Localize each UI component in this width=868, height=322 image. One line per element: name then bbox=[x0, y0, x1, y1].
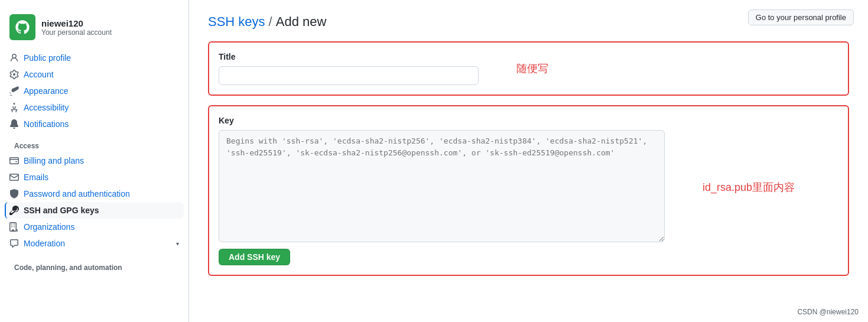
sidebar-nav: Public profile Account Appearance bbox=[0, 50, 188, 274]
sidebar-item-billing[interactable]: Billing and plans bbox=[5, 152, 184, 169]
title-label: Title bbox=[219, 52, 479, 61]
sidebar-label-notifications: Notifications bbox=[24, 119, 69, 129]
sidebar-item-notifications[interactable]: Notifications bbox=[5, 116, 184, 132]
sidebar-item-password[interactable]: Password and authentication bbox=[5, 186, 184, 202]
comment-icon bbox=[9, 239, 19, 248]
paintbrush-icon bbox=[9, 86, 19, 96]
sidebar-item-public-profile[interactable]: Public profile bbox=[5, 50, 184, 66]
footer-text: CSDN @niewei120 bbox=[797, 308, 859, 316]
sidebar-header: niewei120 Your personal account bbox=[0, 9, 188, 50]
sidebar-label-password: Password and authentication bbox=[24, 189, 130, 199]
key-label: Key bbox=[219, 116, 838, 125]
sidebar-label-accessibility: Accessibility bbox=[24, 103, 69, 112]
main-content: Go to your personal profile SSH keys / A… bbox=[189, 0, 868, 322]
key-textarea-wrapper bbox=[219, 130, 665, 244]
person-icon bbox=[9, 53, 19, 63]
sidebar-label-moderation: Moderation bbox=[24, 239, 65, 248]
title-input[interactable] bbox=[219, 66, 479, 85]
mail-icon bbox=[9, 173, 19, 182]
key-textarea[interactable] bbox=[219, 130, 665, 242]
key-section: Key id_rsa.pub里面内容 Add SSH key bbox=[208, 105, 849, 276]
chevron-down-icon: ▾ bbox=[176, 240, 179, 247]
key-annotation: id_rsa.pub里面内容 bbox=[703, 180, 795, 194]
sidebar-item-ssh-gpg[interactable]: SSH and GPG keys bbox=[5, 202, 184, 219]
sidebar-label-organizations: Organizations bbox=[24, 222, 74, 232]
user-info: niewei120 Your personal account bbox=[41, 18, 112, 37]
breadcrumb-separator: / bbox=[269, 14, 272, 30]
breadcrumb-current: Add new bbox=[276, 14, 327, 30]
account-subtitle: Your personal account bbox=[41, 28, 112, 37]
key-inner: id_rsa.pub里面内容 bbox=[219, 130, 838, 244]
title-section: Title 随便写 bbox=[208, 41, 849, 96]
add-ssh-key-button[interactable]: Add SSH key bbox=[219, 249, 290, 265]
key-icon bbox=[9, 206, 19, 215]
avatar bbox=[9, 14, 35, 40]
sidebar-label-billing: Billing and plans bbox=[24, 156, 84, 165]
title-annotation: 随便写 bbox=[516, 61, 548, 76]
bell-icon bbox=[9, 119, 19, 129]
code-section-label: Code, planning, and automation bbox=[5, 254, 184, 274]
sidebar-label-account: Account bbox=[24, 70, 54, 79]
username: niewei120 bbox=[41, 18, 112, 28]
access-section-label: Access bbox=[5, 137, 184, 152]
sidebar-item-accessibility[interactable]: Accessibility bbox=[5, 99, 184, 116]
accessibility-icon bbox=[9, 103, 19, 112]
sidebar: niewei120 Your personal account Public p… bbox=[0, 0, 189, 322]
sidebar-item-account[interactable]: Account bbox=[5, 66, 184, 83]
title-input-wrapper: Title bbox=[219, 52, 479, 85]
gear-icon bbox=[9, 70, 19, 79]
sidebar-label-emails: Emails bbox=[24, 173, 48, 182]
sidebar-item-appearance[interactable]: Appearance bbox=[5, 83, 184, 99]
sidebar-label-appearance: Appearance bbox=[24, 86, 69, 96]
github-icon bbox=[14, 19, 31, 35]
building-icon bbox=[9, 222, 19, 232]
credit-card-icon bbox=[9, 156, 19, 165]
breadcrumb-ssh-link[interactable]: SSH keys bbox=[208, 14, 265, 30]
title-row: Title 随便写 bbox=[219, 52, 838, 85]
sidebar-item-organizations[interactable]: Organizations bbox=[5, 219, 184, 235]
sidebar-label-ssh-gpg: SSH and GPG keys bbox=[24, 206, 99, 215]
sidebar-item-moderation[interactable]: Moderation ▾ bbox=[5, 235, 184, 252]
shield-icon bbox=[9, 189, 19, 199]
top-bar: Go to your personal profile bbox=[748, 9, 854, 25]
sidebar-item-emails[interactable]: Emails bbox=[5, 169, 184, 186]
go-to-profile-button[interactable]: Go to your personal profile bbox=[748, 9, 854, 25]
sidebar-label-public-profile: Public profile bbox=[24, 53, 71, 63]
